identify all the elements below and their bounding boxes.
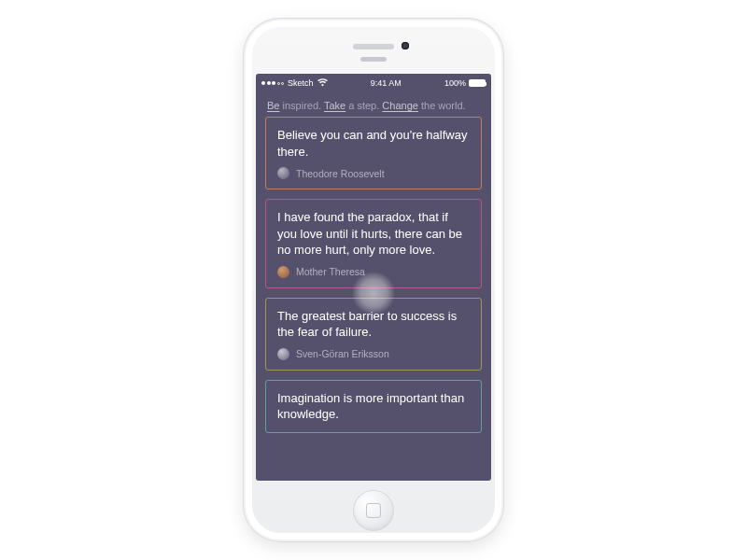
wifi-icon [317, 78, 328, 89]
author-name: Mother Theresa [296, 266, 365, 277]
author-row: Mother Theresa [277, 266, 470, 278]
quote-text: Believe you can and you're halfway there… [277, 127, 470, 160]
quote-text: I have found the paradox, that if you lo… [277, 209, 470, 259]
tagline-word-3: Change [382, 100, 418, 111]
carrier-label: Sketch [288, 78, 314, 88]
quote-card[interactable]: Believe you can and you're halfway there… [265, 117, 482, 189]
author-row: Theodore Roosevelt [277, 167, 470, 179]
home-button[interactable] [353, 490, 394, 531]
iphone-frame: Sketch 9:41 AM 100% Be inspired. Take a … [243, 18, 504, 542]
battery-icon [469, 79, 486, 87]
phone-speaker [353, 44, 394, 49]
battery-label: 100% [444, 78, 466, 88]
author-row: Sven-Göran Eriksson [277, 348, 470, 360]
tagline-word-2: Take [324, 100, 345, 111]
phone-camera [402, 42, 409, 49]
phone-screen[interactable]: Sketch 9:41 AM 100% Be inspired. Take a … [256, 74, 491, 481]
avatar-icon [277, 266, 289, 278]
author-name: Theodore Roosevelt [296, 168, 385, 179]
status-right: 100% [444, 78, 486, 88]
app-tagline: Be inspired. Take a step. Change the wor… [256, 91, 491, 117]
avatar-icon [277, 167, 289, 179]
quote-text: The greatest barrier to success is the f… [277, 308, 470, 341]
quote-text: Imagination is more important than knowl… [277, 390, 470, 423]
tagline-word-1: Be [267, 100, 279, 111]
quote-card[interactable]: I have found the paradox, that if you lo… [265, 199, 482, 288]
status-time: 9:41 AM [371, 78, 402, 88]
quote-list[interactable]: Believe you can and you're halfway there… [256, 117, 491, 433]
avatar-icon [277, 348, 289, 360]
signal-icon [261, 81, 284, 85]
author-name: Sven-Göran Eriksson [296, 348, 389, 359]
status-bar: Sketch 9:41 AM 100% [256, 76, 491, 91]
status-left: Sketch [261, 78, 328, 89]
phone-sensor [360, 57, 387, 62]
quote-card[interactable]: The greatest barrier to success is the f… [265, 298, 482, 371]
quote-card[interactable]: Imagination is more important than knowl… [265, 380, 482, 433]
